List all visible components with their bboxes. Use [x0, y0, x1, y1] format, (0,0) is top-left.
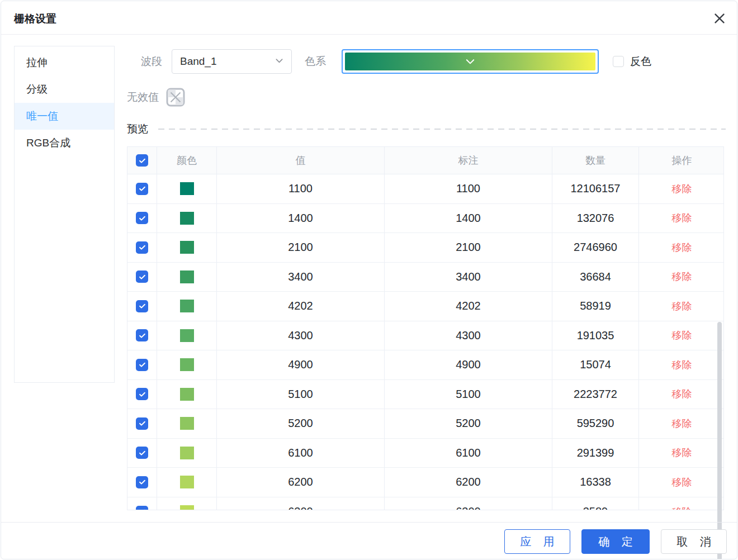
count-cell: 16338	[552, 468, 639, 497]
row-checkbox[interactable]	[136, 241, 148, 254]
band-row: 波段 Band_1 色系 反色	[127, 49, 651, 74]
value-cell[interactable]: 5200	[217, 409, 385, 438]
color-swatch[interactable]	[180, 329, 194, 342]
remove-link[interactable]: 移除	[672, 476, 692, 489]
color-swatch[interactable]	[180, 388, 194, 401]
remove-link[interactable]: 移除	[672, 446, 692, 459]
row-checkbox[interactable]	[136, 476, 148, 488]
remove-link[interactable]: 移除	[672, 358, 692, 372]
label-cell[interactable]: 6200	[385, 468, 552, 497]
remove-link[interactable]: 移除	[672, 505, 692, 510]
table-row: 61006100291399移除	[127, 439, 723, 468]
row-checkbox[interactable]	[136, 447, 148, 459]
colormap-gradient	[345, 53, 595, 70]
chevron-down-icon	[275, 56, 283, 67]
count-cell: 2746960	[552, 233, 639, 262]
label-cell[interactable]: 6300	[385, 497, 552, 511]
band-select[interactable]: Band_1	[172, 49, 292, 74]
color-swatch[interactable]	[180, 241, 194, 254]
label-cell[interactable]: 2100	[385, 233, 552, 262]
count-cell: 132076	[552, 204, 639, 233]
color-swatch[interactable]	[180, 447, 194, 459]
sidebar-item-RGB合成[interactable]: RGB合成	[15, 130, 114, 156]
row-checkbox[interactable]	[136, 183, 148, 195]
value-cell[interactable]: 1100	[217, 174, 385, 203]
dashed-divider	[158, 129, 726, 130]
label-cell[interactable]: 5100	[385, 380, 552, 409]
color-swatch[interactable]	[180, 476, 194, 488]
value-cell[interactable]: 6100	[217, 439, 385, 468]
sidebar-item-拉伸[interactable]: 拉伸	[15, 49, 114, 76]
color-swatch[interactable]	[180, 358, 194, 371]
remove-link[interactable]: 移除	[672, 270, 692, 283]
label-cell[interactable]: 4300	[385, 321, 552, 350]
preview-row: 预览	[127, 121, 726, 137]
table-row: 43004300191035移除	[127, 321, 723, 351]
remove-link[interactable]: 移除	[672, 300, 692, 313]
colormap-select[interactable]	[342, 49, 599, 74]
value-cell[interactable]: 4900	[217, 350, 385, 379]
remove-link[interactable]: 移除	[672, 241, 692, 254]
count-cell: 191035	[552, 321, 639, 350]
remove-link[interactable]: 移除	[672, 329, 692, 342]
table-row: 14001400132076移除	[127, 204, 723, 234]
row-checkbox[interactable]	[136, 300, 148, 312]
remove-link[interactable]: 移除	[672, 182, 692, 196]
sidebar-item-唯一值[interactable]: 唯一值	[15, 103, 114, 130]
value-cell[interactable]: 4202	[217, 292, 385, 321]
remove-link[interactable]: 移除	[672, 387, 692, 401]
invalid-value-swatch[interactable]	[166, 88, 185, 107]
label-cell[interactable]: 6100	[385, 439, 552, 468]
column-header-label: 标注	[385, 147, 552, 174]
footer-divider	[1, 522, 737, 523]
color-swatch[interactable]	[180, 270, 194, 283]
color-swatch[interactable]	[180, 212, 194, 225]
label-cell[interactable]: 4900	[385, 350, 552, 379]
color-swatch[interactable]	[180, 505, 194, 510]
row-checkbox[interactable]	[136, 212, 148, 224]
row-checkbox[interactable]	[136, 359, 148, 371]
count-cell: 2223772	[552, 380, 639, 409]
color-swatch[interactable]	[180, 182, 194, 195]
invert-label: 反色	[630, 54, 651, 69]
scrollbar-thumb[interactable]	[717, 322, 722, 559]
color-swatch[interactable]	[180, 417, 194, 430]
value-cell[interactable]: 4300	[217, 321, 385, 350]
invalid-value-label: 无效值	[127, 90, 159, 105]
row-checkbox[interactable]	[136, 329, 148, 341]
cancel-button[interactable]: 取 消	[661, 529, 727, 554]
sidebar: 拉伸分级唯一值RGB合成	[14, 46, 115, 383]
row-checkbox[interactable]	[136, 417, 148, 430]
table-row: 630063003589移除	[127, 497, 723, 511]
count-cell: 291399	[552, 439, 639, 468]
value-cell[interactable]: 5100	[217, 380, 385, 409]
ok-button[interactable]: 确 定	[581, 529, 650, 554]
label-cell[interactable]: 3400	[385, 263, 552, 292]
close-icon[interactable]	[711, 10, 728, 27]
color-swatch[interactable]	[180, 300, 194, 312]
count-cell: 36684	[552, 263, 639, 292]
apply-button[interactable]: 应 用	[504, 529, 570, 554]
label-cell[interactable]: 5200	[385, 409, 552, 438]
row-checkbox[interactable]	[136, 270, 148, 283]
value-cell[interactable]: 6300	[217, 497, 385, 511]
label-cell[interactable]: 1100	[385, 174, 552, 203]
colormap-label: 色系	[305, 54, 326, 69]
row-checkbox[interactable]	[136, 388, 148, 400]
remove-link[interactable]: 移除	[672, 211, 692, 225]
column-header-color: 颜色	[157, 147, 217, 174]
sidebar-item-分级[interactable]: 分级	[15, 76, 114, 103]
label-cell[interactable]: 1400	[385, 204, 552, 233]
column-header-action: 操作	[639, 147, 725, 174]
row-checkbox[interactable]	[136, 506, 148, 510]
label-cell[interactable]: 4202	[385, 292, 552, 321]
band-select-value: Band_1	[180, 55, 275, 68]
value-cell[interactable]: 1400	[217, 204, 385, 233]
remove-link[interactable]: 移除	[672, 417, 692, 430]
select-all-checkbox[interactable]	[136, 154, 148, 167]
value-cell[interactable]: 3400	[217, 263, 385, 292]
invert-checkbox[interactable]	[613, 56, 624, 67]
preview-label: 预览	[127, 122, 148, 136]
value-cell[interactable]: 2100	[217, 233, 385, 262]
value-cell[interactable]: 6200	[217, 468, 385, 497]
